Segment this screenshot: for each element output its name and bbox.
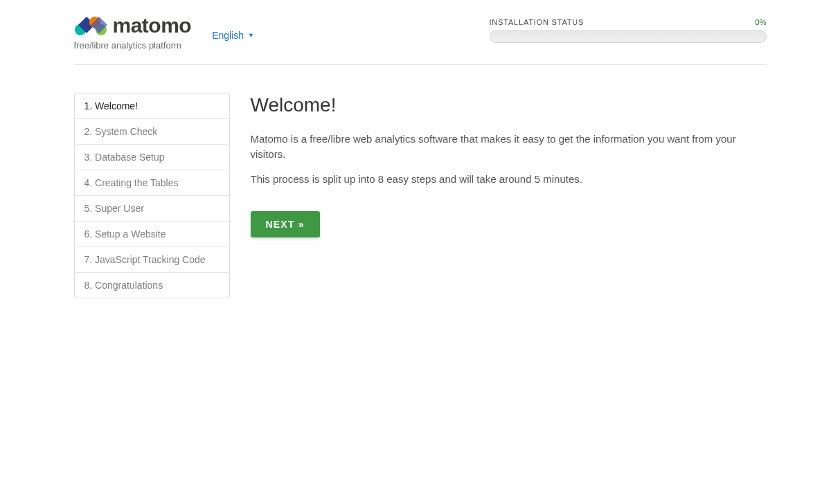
matomo-cloud-icon [74, 15, 107, 36]
steps-list: 1. Welcome! 2. System Check 3. Database … [74, 93, 230, 298]
logo: matomo [74, 14, 192, 37]
header: matomo free/libre analytics platform Eng… [74, 14, 767, 65]
step-setup-website[interactable]: 6. Setup a Website [75, 222, 229, 247]
header-left: matomo free/libre analytics platform Eng… [74, 14, 255, 51]
status-percent: 0% [756, 18, 767, 26]
logo-block: matomo free/libre analytics platform [74, 14, 192, 51]
progress-bar [490, 30, 767, 43]
intro-paragraph-2: This process is split up into 8 easy ste… [251, 172, 767, 187]
language-current: English [212, 30, 244, 41]
page-title: Welcome! [251, 94, 767, 116]
step-super-user[interactable]: 5. Super User [75, 196, 229, 222]
step-system-check[interactable]: 2. System Check [75, 119, 229, 145]
brand-tagline: free/libre analytics platform [74, 40, 192, 51]
main-content: Welcome! Matomo is a free/libre web anal… [251, 93, 767, 298]
step-tracking-code[interactable]: 7. JavaScript Tracking Code [75, 247, 229, 273]
content: 1. Welcome! 2. System Check 3. Database … [74, 93, 767, 298]
step-congratulations[interactable]: 8. Congratulations [75, 273, 229, 298]
sidebar: 1. Welcome! 2. System Check 3. Database … [74, 93, 230, 298]
step-welcome[interactable]: 1. Welcome! [75, 93, 229, 119]
status-label: INSTALLATION STATUS [490, 18, 584, 26]
intro-paragraph-1: Matomo is a free/libre web analytics sof… [251, 132, 767, 162]
step-database-setup[interactable]: 3. Database Setup [75, 145, 229, 170]
installation-status: INSTALLATION STATUS 0% [490, 18, 767, 43]
brand-name: matomo [113, 14, 192, 37]
step-creating-tables[interactable]: 4. Creating the Tables [75, 170, 229, 196]
language-selector[interactable]: English ▼ [212, 30, 254, 41]
chevron-down-icon: ▼ [248, 32, 254, 39]
next-button[interactable]: NEXT » [251, 211, 320, 237]
